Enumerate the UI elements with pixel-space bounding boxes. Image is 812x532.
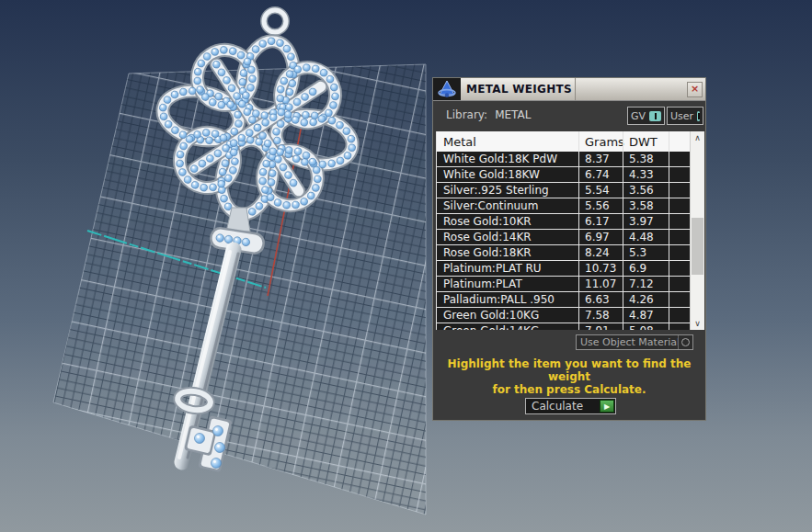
table-row[interactable]: Rose Gold:14KR6.974.48 xyxy=(437,230,704,245)
close-icon[interactable]: × xyxy=(687,82,703,97)
column-header-grams[interactable]: Grams xyxy=(578,131,623,152)
cell-dwt: 4.33 xyxy=(623,167,669,182)
cell-grams: 6.17 xyxy=(578,214,623,229)
user-toggle-indicator xyxy=(697,111,700,121)
table-header: Metal Grams DWT xyxy=(437,131,704,152)
table-row[interactable]: Palladium:PALL .9506.634.26 xyxy=(437,292,704,308)
cell-metal: Rose Gold:18KR xyxy=(437,246,578,259)
table-row[interactable]: Platinum:PLAT11.077.12 xyxy=(437,277,704,292)
table-row[interactable]: Green Gold:14KG7.915.08 xyxy=(437,323,704,330)
cell-metal: Green Gold:10KG xyxy=(437,309,578,322)
user-label: User xyxy=(670,110,693,122)
table-row[interactable]: Platinum:PLAT RU10.736.9 xyxy=(437,261,704,277)
table-row[interactable]: Green Gold:10KG7.584.87 xyxy=(437,308,704,323)
cell-metal: Silver:Continuum xyxy=(437,199,578,212)
dropdown-label: Use Object Materials xyxy=(577,336,678,348)
dialog-title-area: METAL WEIGHTS xyxy=(461,78,576,100)
cell-metal: Platinum:PLAT xyxy=(437,277,578,290)
scroll-up-icon[interactable]: ∧ xyxy=(691,131,704,144)
cell-dwt: 4.26 xyxy=(623,292,669,307)
scrollbar-thumb[interactable] xyxy=(692,218,703,275)
instruction-text: Highlight the item you want to find the … xyxy=(433,357,705,396)
cell-grams: 8.37 xyxy=(578,152,623,166)
instruction-line-2: for then press Calculate. xyxy=(433,383,705,396)
cell-metal: Silver:.925 Sterling xyxy=(437,184,578,197)
cell-metal: Green Gold:14KG xyxy=(437,324,578,330)
cell-extra xyxy=(669,167,688,182)
calculate-button[interactable]: Calculate ▶ xyxy=(525,398,616,414)
table-row[interactable]: White Gold:18K PdW8.375.38 xyxy=(437,152,704,167)
dialog-title: METAL WEIGHTS xyxy=(466,83,572,96)
use-object-materials-dropdown[interactable]: Use Object Materials xyxy=(576,334,693,350)
gv-label: GV xyxy=(631,110,646,122)
cell-dwt: 5.3 xyxy=(623,245,669,260)
cell-grams: 7.58 xyxy=(578,308,623,323)
cell-extra xyxy=(669,214,688,229)
metal-weights-table: Metal Grams DWT White Gold:18K PdW8.375.… xyxy=(436,131,704,330)
cell-grams: 5.54 xyxy=(578,183,623,198)
cell-grams: 11.07 xyxy=(578,277,623,291)
column-header-metal[interactable]: Metal xyxy=(437,131,578,152)
metal-weights-dialog: METAL WEIGHTS × Library:METAL GV User Me… xyxy=(432,77,706,421)
table-scrollbar[interactable]: ∧ ∨ xyxy=(690,131,704,330)
cell-grams: 6.97 xyxy=(578,230,623,244)
cell-dwt: 7.12 xyxy=(623,277,669,291)
cell-dwt: 5.08 xyxy=(623,323,669,330)
cell-dwt: 3.97 xyxy=(623,214,669,229)
cell-grams: 8.24 xyxy=(578,245,623,260)
user-toggle-button[interactable]: User xyxy=(667,107,703,125)
library-label: Library: xyxy=(446,108,487,121)
scroll-down-icon[interactable]: ∨ xyxy=(691,317,704,330)
cell-grams: 5.56 xyxy=(578,198,623,213)
gv-toggle-indicator xyxy=(649,111,661,121)
table-body: White Gold:18K PdW8.375.38White Gold:18K… xyxy=(437,152,704,330)
table-row[interactable]: Silver:.925 Sterling5.543.56 xyxy=(437,183,704,198)
dropdown-toggle[interactable] xyxy=(678,335,692,349)
cell-extra xyxy=(669,198,688,213)
library-row: Library:METAL xyxy=(446,108,531,121)
cell-metal: Palladium:PALL .950 xyxy=(437,293,578,306)
titlebar-spacer: × xyxy=(576,78,705,100)
cell-grams: 6.74 xyxy=(578,167,623,182)
cell-metal: Rose Gold:10KR xyxy=(437,215,578,228)
cell-dwt: 4.87 xyxy=(623,308,669,323)
library-value: METAL xyxy=(495,108,531,121)
cell-dwt: 4.48 xyxy=(623,230,669,244)
cell-grams: 10.73 xyxy=(578,261,623,276)
cell-dwt: 5.38 xyxy=(623,152,669,166)
cell-extra xyxy=(669,323,688,330)
matrix-logo-icon xyxy=(433,78,461,100)
calculate-label: Calculate xyxy=(526,400,600,413)
cell-dwt: 3.58 xyxy=(623,198,669,213)
cell-metal: Platinum:PLAT RU xyxy=(437,262,578,275)
cell-extra xyxy=(669,308,688,323)
cell-extra xyxy=(669,152,688,166)
column-header-dwt[interactable]: DWT xyxy=(623,131,669,152)
cell-dwt: 3.56 xyxy=(623,183,669,198)
cell-metal: White Gold:18KW xyxy=(437,168,578,181)
cell-metal: Rose Gold:14KR xyxy=(437,231,578,243)
cell-grams: 7.91 xyxy=(578,323,623,330)
cell-extra xyxy=(669,292,688,307)
instruction-line-1: Highlight the item you want to find the … xyxy=(433,357,705,383)
cell-extra xyxy=(669,261,688,276)
calculate-go-icon: ▶ xyxy=(600,400,614,413)
cell-extra xyxy=(669,277,688,291)
cell-grams: 6.63 xyxy=(578,292,623,307)
dialog-titlebar[interactable]: METAL WEIGHTS × xyxy=(433,78,705,101)
cell-extra xyxy=(669,183,688,198)
table-row[interactable]: Rose Gold:18KR8.245.3 xyxy=(437,245,704,261)
bail-ring xyxy=(264,10,286,32)
table-row[interactable]: Silver:Continuum5.563.58 xyxy=(437,198,704,214)
cell-extra xyxy=(669,245,688,260)
table-row[interactable]: White Gold:18KW6.744.33 xyxy=(437,167,704,183)
cell-metal: White Gold:18K PdW xyxy=(437,153,578,165)
table-row[interactable]: Rose Gold:10KR6.173.97 xyxy=(437,214,704,230)
cell-extra xyxy=(669,230,688,244)
column-header-extra xyxy=(669,131,688,152)
radio-circle-icon xyxy=(681,338,690,346)
cell-dwt: 6.9 xyxy=(623,261,669,276)
gv-toggle-button[interactable]: GV xyxy=(627,107,665,125)
